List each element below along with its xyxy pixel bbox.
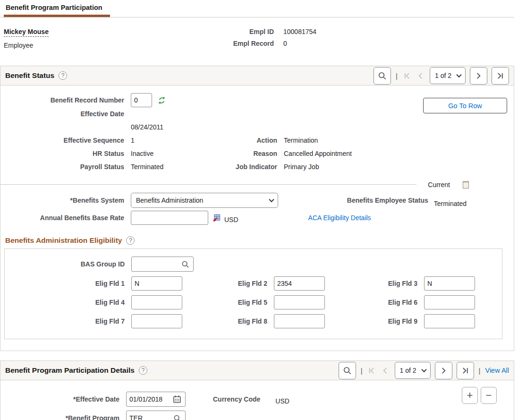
employee-type-label: Employee [4,42,212,49]
section-divider [0,184,416,185]
employee-identity: Mickey Mouse Employee [4,28,212,51]
empl-record-value: 0 [283,40,287,47]
benefit-record-number-label: Benefit Record Number [0,96,124,104]
calculator-icon[interactable] [213,214,221,222]
annual-benefits-base-rate-label: Annual Benefits Base Rate [0,214,124,222]
benefit-status-title: Benefit Status [5,71,54,80]
delete-row-button[interactable]: − [481,387,497,404]
help-icon[interactable]: ? [59,71,67,80]
find-rows-button[interactable] [374,67,391,85]
refresh-icon[interactable] [158,96,166,104]
effective-sequence-value: 1 [131,137,225,144]
payroll-status-label: Payroll Status [0,163,124,171]
action-value: Termination [284,137,318,144]
benefit-program-lookup-button[interactable] [169,414,185,420]
elig-fld-9-input[interactable] [424,314,475,328]
find-rows-button[interactable] [339,362,356,379]
elig-fld-2-label: Elig Fld 2 [182,280,267,287]
row-counter-select[interactable]: 1 of 2 [430,67,466,84]
next-row-icon [440,367,448,375]
elig-fld-6-input[interactable] [424,295,475,309]
search-icon [181,260,189,268]
aca-eligibility-details-link[interactable]: ACA Eligibility Details [308,214,371,222]
elig-fld-4-label: Elig Fld 4 [5,299,125,306]
elig-fld-2-input[interactable] [274,276,325,291]
empl-record-label: Empl Record [212,40,274,47]
next-row-button[interactable] [435,362,452,379]
currency-code-label: Currency Code [213,395,260,403]
benefits-system-select[interactable]: Benefits Administration [131,193,278,208]
previous-row-icon[interactable] [381,367,391,375]
participation-details-row-nav: | 1 of 2 | [339,362,509,379]
benefit-status-row-nav: | 1 of 2 [374,67,509,85]
help-icon[interactable]: ? [139,366,147,375]
go-to-row-button[interactable]: Go To Row [423,98,507,113]
hr-status-value: Inactive [131,150,225,157]
last-row-button[interactable] [492,67,509,85]
nav-separator: | [360,367,363,375]
hr-status-label: HR Status [0,150,124,157]
search-icon [378,71,387,80]
benefit-program-input[interactable] [127,411,169,420]
benefits-admin-eligibility-title: Benefits Administration Eligibility [5,236,122,245]
next-row-button[interactable] [470,67,487,85]
action-label: Action [225,137,277,144]
last-row-button[interactable] [457,362,474,379]
bas-group-id-lookup-button[interactable] [177,260,193,268]
elig-fld-3-input[interactable] [424,276,475,291]
add-row-button[interactable]: + [462,387,478,404]
effective-date-label: Effective Date [0,110,124,118]
rate-currency-label: USD [224,216,238,223]
nav-separator: | [395,72,398,80]
previous-row-icon[interactable] [416,72,425,80]
elig-fld-5-label: Elig Fld 5 [182,299,267,306]
elig-fld-4-input[interactable] [131,295,182,309]
reason-value: Cancelled Appointment [284,150,352,157]
elig-fld-1-input[interactable] [131,276,182,291]
notepad-icon[interactable] [462,180,469,189]
elig-fld-8-input[interactable] [274,314,325,328]
help-icon[interactable]: ? [126,236,135,245]
elig-fld-7-input[interactable] [131,314,182,328]
calendar-icon [173,395,181,403]
annual-benefits-base-rate-input[interactable] [131,211,208,225]
details-effective-date-label: *Effective Date [0,395,119,403]
tab-bar: Benefit Program Participation [0,0,514,17]
first-row-icon[interactable] [402,72,412,80]
last-row-icon [461,367,469,375]
participation-details-header-bar: Benefit Program Participation Details ? … [0,360,514,380]
employee-name-link[interactable]: Mickey Mouse [4,28,49,37]
row-action-buttons: + − [462,387,497,404]
benefit-status-body: Go To Row Benefit Record Number Effectiv… [0,86,514,351]
benefit-record-number-input[interactable] [131,93,152,107]
tab-benefit-program-participation[interactable]: Benefit Program Participation [4,1,110,17]
benefit-status-header-bar: Benefit Status ? | 1 of 2 [0,66,514,86]
bas-group-id-input[interactable] [132,257,177,271]
job-indicator-label: Job Indicator [225,163,277,171]
reason-label: Reason [225,150,277,157]
employee-ids: Empl ID 100081754 Empl Record 0 [212,28,316,51]
elig-fld-6-label: Elig Fld 6 [325,299,417,306]
calendar-button[interactable] [169,395,185,403]
nav-separator: | [478,367,481,375]
benefits-system-label: *Benefits System [0,197,124,204]
benefits-admin-eligibility-box: BAS Group ID Elig Fld 1 Elig Fld 2 Elig … [4,249,502,339]
search-icon [173,414,181,420]
currency-code-value: USD [275,397,289,405]
row-counter-select[interactable]: 1 of 2 [395,362,431,379]
elig-fld-8-label: Elig Fld 8 [182,317,267,325]
bas-group-id-label: BAS Group ID [5,260,125,268]
empl-id-value: 100081754 [283,28,316,35]
elig-fld-5-input[interactable] [274,295,325,309]
details-effective-date-input[interactable] [127,393,169,406]
next-row-icon [475,72,483,80]
empl-id-label: Empl ID [212,28,274,35]
participation-details-title: Benefit Program Participation Details [5,366,135,375]
first-row-icon[interactable] [367,367,377,375]
view-all-link[interactable]: View All [485,367,509,374]
employee-header: Mickey Mouse Employee Empl ID 100081754 … [0,17,514,66]
last-row-icon [496,72,504,80]
search-icon [343,366,352,375]
elig-fld-1-label: Elig Fld 1 [5,280,125,287]
current-label: Current [428,181,450,189]
